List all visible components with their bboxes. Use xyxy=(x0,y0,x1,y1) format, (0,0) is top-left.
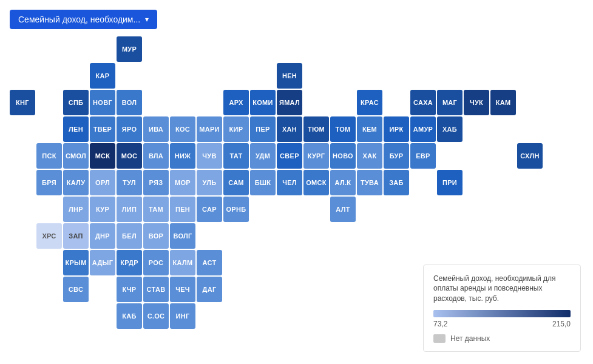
map-cell[interactable]: ЧУК xyxy=(464,90,489,115)
map-cell[interactable] xyxy=(464,197,489,222)
map-cell[interactable] xyxy=(490,36,516,62)
map-cell[interactable] xyxy=(250,36,276,62)
map-cell[interactable] xyxy=(170,36,195,62)
map-cell[interactable] xyxy=(250,197,276,222)
map-cell[interactable] xyxy=(490,63,516,89)
map-cell[interactable] xyxy=(170,63,195,89)
map-cell[interactable] xyxy=(36,90,62,115)
map-cell[interactable]: ТАТ xyxy=(223,143,249,169)
map-cell[interactable] xyxy=(490,223,516,249)
map-cell[interactable] xyxy=(357,303,382,329)
map-cell[interactable] xyxy=(90,277,115,302)
map-cell[interactable]: КИР xyxy=(223,116,249,142)
map-cell[interactable]: СТАВ xyxy=(143,277,169,302)
map-cell[interactable] xyxy=(517,223,543,249)
map-cell[interactable]: НОВГ xyxy=(90,90,115,115)
map-cell[interactable] xyxy=(36,36,62,62)
map-cell[interactable] xyxy=(10,170,35,195)
map-cell[interactable]: КАЛУ xyxy=(63,170,89,195)
map-cell[interactable] xyxy=(277,223,302,249)
map-cell[interactable] xyxy=(250,223,276,249)
map-cell[interactable]: МАРИ xyxy=(197,116,222,142)
map-cell[interactable] xyxy=(303,197,329,222)
map-cell[interactable] xyxy=(384,36,409,62)
map-cell[interactable]: ИРК xyxy=(384,116,409,142)
map-cell[interactable] xyxy=(36,63,62,89)
map-cell[interactable] xyxy=(223,63,249,89)
map-cell[interactable] xyxy=(330,90,356,115)
map-cell[interactable] xyxy=(303,250,329,275)
map-cell[interactable]: БУР xyxy=(384,143,409,169)
map-cell[interactable]: АЛ.К xyxy=(330,170,356,195)
map-cell[interactable]: ВОР xyxy=(143,223,169,249)
map-cell[interactable] xyxy=(330,63,356,89)
map-cell[interactable]: ХРС xyxy=(36,223,62,249)
map-cell[interactable] xyxy=(10,223,35,249)
map-cell[interactable]: АМУР xyxy=(410,116,436,142)
map-cell[interactable] xyxy=(10,303,35,329)
map-cell[interactable] xyxy=(143,36,169,62)
map-cell[interactable] xyxy=(63,63,89,89)
map-cell[interactable] xyxy=(303,63,329,89)
map-cell[interactable] xyxy=(384,223,409,249)
dropdown-button[interactable]: Семейный доход, необходим... ▾ xyxy=(10,10,157,29)
map-cell[interactable] xyxy=(410,36,436,62)
map-cell[interactable] xyxy=(36,197,62,222)
map-cell[interactable] xyxy=(170,90,195,115)
map-cell[interactable]: ЧУВ xyxy=(197,143,222,169)
map-cell[interactable] xyxy=(250,303,276,329)
map-cell[interactable] xyxy=(36,303,62,329)
map-cell[interactable] xyxy=(330,36,356,62)
map-cell[interactable]: ПЕР xyxy=(250,116,276,142)
map-cell[interactable] xyxy=(223,277,249,302)
map-cell[interactable] xyxy=(143,90,169,115)
map-cell[interactable] xyxy=(517,116,543,142)
map-cell[interactable]: ИНГ xyxy=(170,303,195,329)
map-cell[interactable]: КЕМ xyxy=(357,116,382,142)
map-cell[interactable]: ЗАП xyxy=(63,223,89,249)
map-cell[interactable]: ОРНБ xyxy=(223,197,249,222)
map-cell[interactable]: ЛЕН xyxy=(63,116,89,142)
map-cell[interactable]: БШК xyxy=(250,170,276,195)
map-cell[interactable]: УЛЬ xyxy=(197,170,222,195)
map-cell[interactable] xyxy=(437,197,463,222)
map-cell[interactable] xyxy=(63,36,89,62)
map-cell[interactable] xyxy=(357,250,382,275)
map-cell[interactable]: ЧЕЛ xyxy=(277,170,302,195)
map-cell[interactable] xyxy=(10,143,35,169)
map-cell[interactable]: СХЛН xyxy=(517,143,543,169)
map-cell[interactable]: ОМСК xyxy=(303,170,329,195)
map-cell[interactable]: ПРИ xyxy=(437,170,463,195)
map-cell[interactable]: КУРГ xyxy=(303,143,329,169)
map-cell[interactable] xyxy=(197,36,222,62)
map-cell[interactable] xyxy=(36,277,62,302)
map-cell[interactable] xyxy=(250,277,276,302)
map-cell[interactable]: САХА xyxy=(410,90,436,115)
map-cell[interactable]: ВОЛ xyxy=(117,90,142,115)
map-cell[interactable] xyxy=(10,63,35,89)
map-cell[interactable]: МОС xyxy=(117,143,142,169)
map-cell[interactable]: КАБ xyxy=(117,303,142,329)
map-cell[interactable] xyxy=(10,197,35,222)
map-cell[interactable]: ТУЛ xyxy=(117,170,142,195)
map-cell[interactable]: ПЕН xyxy=(170,197,195,222)
map-cell[interactable]: ХАБ xyxy=(437,116,463,142)
map-cell[interactable]: КОС xyxy=(170,116,195,142)
map-cell[interactable]: УДМ xyxy=(250,143,276,169)
map-cell[interactable]: ЛИП xyxy=(117,197,142,222)
map-cell[interactable]: ВОЛГ xyxy=(170,223,195,249)
map-cell[interactable] xyxy=(303,223,329,249)
map-cell[interactable] xyxy=(303,90,329,115)
map-cell[interactable]: КАМ xyxy=(490,90,516,115)
map-cell[interactable] xyxy=(437,63,463,89)
map-cell[interactable] xyxy=(490,116,516,142)
map-cell[interactable] xyxy=(490,197,516,222)
map-cell[interactable] xyxy=(303,36,329,62)
map-cell[interactable]: ЗАБ xyxy=(384,170,409,195)
map-cell[interactable]: КНГ xyxy=(10,90,35,115)
map-cell[interactable] xyxy=(303,277,329,302)
map-cell[interactable] xyxy=(384,63,409,89)
map-cell[interactable]: ХАН xyxy=(277,116,302,142)
map-cell[interactable] xyxy=(10,277,35,302)
map-cell[interactable]: КРАС xyxy=(357,90,382,115)
